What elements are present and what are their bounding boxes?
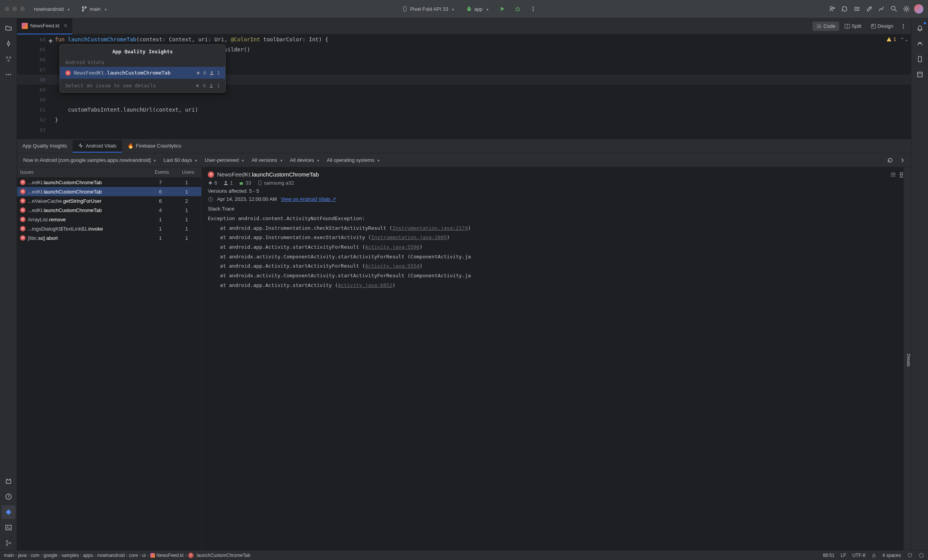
profiler-button[interactable] (877, 4, 886, 14)
code-content[interactable]: fun launchCustomChromeTab(context: Conte… (52, 36, 328, 42)
split-view-button[interactable]: Split (841, 22, 865, 31)
reload-button[interactable] (840, 4, 849, 14)
line-number[interactable]: 87 (17, 67, 52, 73)
code-content[interactable]: customTabsIntent.launchUrl(context, uri) (52, 107, 198, 113)
device-explorer-button[interactable] (913, 68, 927, 81)
line-number[interactable]: 91 (17, 107, 52, 113)
user-avatar[interactable] (914, 4, 923, 14)
code-with-me-button[interactable] (828, 4, 837, 14)
cursor-position[interactable]: 88:51 (823, 553, 835, 558)
breadcrumb-item[interactable]: apps (83, 553, 93, 558)
breadcrumb-file[interactable]: NewsFeed.kt (156, 553, 184, 558)
file-tab[interactable]: NewsFeed.kt ✕ (17, 18, 72, 34)
next-button[interactable] (898, 156, 907, 165)
breadcrumb-function[interactable]: launchCustomChromeTab (197, 553, 250, 558)
next-problem-button[interactable]: ⌄ (905, 37, 908, 42)
readonly-indicator[interactable] (872, 553, 876, 558)
breadcrumb-item[interactable]: java (18, 553, 27, 558)
code-line[interactable]: 91 customTabsIntent.launchUrl(context, u… (17, 105, 911, 115)
versions-filter[interactable]: All versions (249, 156, 284, 164)
issue-row[interactable]: ✕[libc.so] abort11 (17, 233, 201, 243)
details-side-tab[interactable]: Details (903, 167, 911, 550)
stack-trace[interactable]: Exception android.content.ActivityNotFou… (208, 214, 905, 290)
panel-tab-crashlytics[interactable]: 🔥 Firebase Crashlytics (122, 140, 187, 153)
breadcrumb-item[interactable]: nowinandroid (97, 553, 125, 558)
issue-row[interactable]: ✕...edKt.launchCustomChromeTab61 (17, 187, 201, 196)
debug-button[interactable] (513, 4, 522, 14)
indent-setting[interactable]: 4 spaces (882, 553, 901, 558)
line-number[interactable]: 93 (17, 127, 52, 133)
logcat-tool-button[interactable] (2, 474, 15, 488)
toggle-layout-button[interactable] (889, 170, 898, 180)
line-number[interactable]: 89 (17, 87, 52, 93)
build-button[interactable] (865, 4, 874, 14)
search-button[interactable] (889, 4, 899, 14)
problems-tool-button[interactable] (2, 490, 15, 504)
events-column-header[interactable]: Events (149, 167, 175, 177)
app-filter[interactable]: Now in Android [com.google.samples.apps.… (21, 156, 158, 164)
design-view-button[interactable]: Design (867, 22, 897, 31)
popup-issue-item[interactable]: ✕ NewsFeedKt.launchCustomChromeTab 6 1 (60, 67, 225, 79)
emulator-button[interactable] (913, 52, 927, 66)
structure-tool-button[interactable] (2, 52, 15, 66)
code-editor[interactable]: 1 ⌃ ⌄ 84fun launchCustomChromeTab(contex… (17, 34, 911, 139)
problems-indicator[interactable]: 1 ⌃ ⌄ (886, 37, 908, 42)
breadcrumb-item[interactable]: google (44, 553, 58, 558)
status-icon-1[interactable] (907, 553, 913, 558)
run-config-selector[interactable]: app (463, 4, 491, 14)
line-number[interactable]: 84 (17, 37, 52, 42)
breadcrumb-item[interactable]: ui (142, 553, 146, 558)
os-filter[interactable]: All operating systems (325, 156, 382, 164)
line-number[interactable]: 88 (17, 77, 52, 83)
issue-row[interactable]: ✕...edKt.launchCustomChromeTab71 (17, 178, 201, 187)
close-tab-button[interactable]: ✕ (63, 23, 68, 29)
status-icon-2[interactable] (919, 553, 924, 558)
line-number[interactable]: 90 (17, 97, 52, 103)
file-encoding[interactable]: UTF-8 (852, 553, 865, 558)
notifications-button[interactable] (913, 21, 927, 35)
commit-tool-button[interactable] (2, 37, 15, 51)
line-number[interactable]: 92 (17, 117, 52, 123)
line-number[interactable]: 86 (17, 57, 52, 63)
line-number[interactable]: 85 (17, 47, 52, 53)
code-view-button[interactable]: Code (812, 22, 839, 31)
code-line[interactable]: 84fun launchCustomChromeTab(context: Con… (17, 34, 911, 44)
project-selector[interactable]: nowinandroid (31, 5, 73, 14)
line-ending[interactable]: LF (841, 553, 846, 558)
sync-button[interactable] (852, 4, 862, 14)
issue-row[interactable]: ✕...eValueCache.getStringForUser62 (17, 196, 201, 205)
branch-selector[interactable]: main (79, 5, 109, 14)
code-line[interactable]: 90 (17, 95, 911, 105)
terminal-tool-button[interactable] (2, 521, 15, 535)
breadcrumb-item[interactable]: core (129, 553, 138, 558)
issue-row[interactable]: ✕...edKt.launchCustomChromeTab41 (17, 205, 201, 215)
panel-tab-vitals[interactable]: Android Vitals (73, 140, 122, 153)
more-actions-button[interactable] (529, 4, 538, 14)
issue-row[interactable]: ✕...ingsDialogKt$TextLink$1.invoke11 (17, 224, 201, 233)
users-column-header[interactable]: Users (175, 167, 201, 177)
breadcrumb-item[interactable]: samples (62, 553, 79, 558)
breadcrumb-item[interactable]: main (4, 553, 14, 558)
editor-options-button[interactable] (899, 22, 908, 31)
more-tool-button[interactable] (2, 68, 15, 81)
panel-tab-aqi[interactable]: App Quality Insights (17, 140, 73, 153)
refresh-button[interactable] (886, 156, 895, 165)
settings-button[interactable] (902, 4, 911, 14)
gradle-button[interactable] (913, 37, 927, 51)
prev-problem-button[interactable]: ⌃ (901, 37, 904, 42)
project-tool-button[interactable] (2, 21, 15, 35)
code-line[interactable]: 92} (17, 115, 911, 125)
issues-column-header[interactable]: Issues (17, 167, 149, 177)
run-button[interactable] (498, 4, 507, 14)
aqi-gutter-icon[interactable] (48, 38, 53, 44)
time-filter[interactable]: Last 60 days (161, 156, 199, 164)
device-selector[interactable]: Pixel Fold API 33 (399, 4, 457, 14)
breadcrumb-item[interactable]: com (31, 553, 39, 558)
window-controls[interactable] (5, 7, 25, 11)
aqi-tool-button[interactable] (2, 505, 15, 519)
code-content[interactable]: } (52, 117, 58, 123)
code-line[interactable]: 93 (17, 125, 911, 135)
vcs-tool-button[interactable] (2, 536, 15, 550)
view-vitals-link[interactable]: View on Android Vitals ↗ (281, 196, 337, 202)
issue-row[interactable]: ✕ArrayList.remove11 (17, 215, 201, 224)
